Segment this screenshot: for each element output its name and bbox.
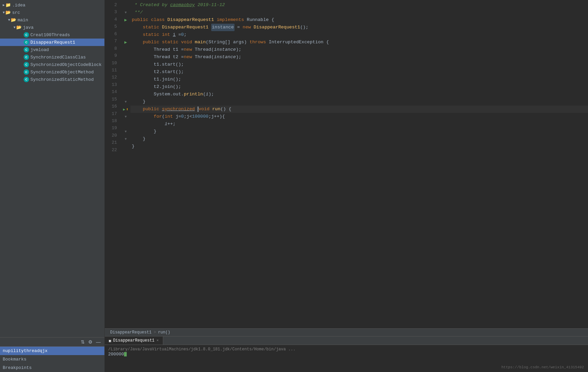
tree-item-jvmload[interactable]: C jvmload xyxy=(0,46,104,53)
watermark: https://blog.csdn.net/weixin_41315492 xyxy=(501,365,584,369)
code-line-16: public synchronized void run() { xyxy=(130,106,588,113)
equalizer-button[interactable]: ⇅ xyxy=(79,339,87,345)
gutter-area: ▼ ▶ ▶ xyxy=(121,0,130,328)
tree-label-syncclas: SynchronizedClassClas xyxy=(30,55,86,60)
code-line-18: i++; xyxy=(130,120,588,128)
line-numbers: 2 3 4 5 6 7 8 9 10 11 12 13 14 15 16 17 … xyxy=(105,0,121,328)
fold-icon-19[interactable]: ▼ xyxy=(125,130,127,134)
folder-icon-java xyxy=(16,25,22,30)
panel-label-nupility: nupilitythreadqjx xyxy=(3,348,48,353)
code-line-9: Thread t2 =new Thread(instance); xyxy=(130,53,588,61)
fold-icon-3[interactable]: ▼ xyxy=(125,11,127,15)
breadcrumb-sep: > xyxy=(153,330,156,335)
fold-icon-17[interactable]: ▼ xyxy=(125,115,127,119)
tree-item-src[interactable]: ▼ src xyxy=(0,9,104,16)
run-icon-4[interactable]: ▶ xyxy=(124,17,127,23)
code-line-13: t2.join(); xyxy=(130,83,588,91)
tree-label-idea: .idea xyxy=(12,3,25,8)
code-editor[interactable]: * Created by caomaoboy 2019-11-12 **/ pu… xyxy=(130,0,588,328)
breadcrumb-method: run() xyxy=(158,330,170,335)
panel-item-bookmarks[interactable]: Bookmarks xyxy=(0,355,104,364)
code-line-14: System.out.println(i); xyxy=(130,91,588,98)
editor-content[interactable]: 2 3 4 5 6 7 8 9 10 11 12 13 14 15 16 17 … xyxy=(105,0,588,328)
code-line-10: t1.start(); xyxy=(130,61,588,68)
folder-icon-idea xyxy=(5,2,11,8)
panel-item-nupility[interactable]: nupilitythreadqjx xyxy=(0,347,104,355)
tree-label-disappearrequest1: DisappearRequest1 xyxy=(30,40,75,45)
code-line-11: t2.start(); xyxy=(130,68,588,76)
breadcrumb-class: DisappearRequest1 xyxy=(110,330,151,335)
java-icon-syncstatic: C xyxy=(24,77,29,82)
warn-icon-16: ⬆ xyxy=(126,107,128,112)
java-icon-syncclas: C xyxy=(24,54,29,60)
tab-label-disappearrequest1: DisappearRequest1 xyxy=(113,338,154,343)
sidebar-bottom-toolbar: ⇅ ⚙ — xyxy=(0,338,104,347)
tree-item-disappearrequest1[interactable]: C DisappearRequest1 xyxy=(0,39,104,46)
code-line-4: public class DisappearRequest1 implement… xyxy=(130,16,588,24)
code-line-20: } xyxy=(130,135,588,143)
tree-item-creat100threads[interactable]: C Creat100Threads xyxy=(0,31,104,39)
code-line-5: static DisappearRequest1 instance = new … xyxy=(130,24,588,31)
fold-icon-15[interactable]: ▼ xyxy=(125,100,127,104)
settings-button[interactable]: ⚙ xyxy=(87,339,94,345)
code-line-8: Thread t1 =new Thread(instance); xyxy=(130,46,588,53)
editor-area: 2 3 4 5 6 7 8 9 10 11 12 13 14 15 16 17 … xyxy=(105,0,588,372)
tab-icon-disappearrequest1: ▣ xyxy=(109,339,111,343)
java-icon-syncobjcode: C xyxy=(24,62,29,67)
tree-item-syncstatic[interactable]: C SynchronizedStaticMethod xyxy=(0,76,104,83)
tree-label-syncobjcode: SynchronizedObjectCodeBlock xyxy=(30,62,102,67)
code-line-2: * Created by caomaoboy 2019-11-12 xyxy=(130,1,588,9)
terminal-output: 200000 xyxy=(108,352,585,357)
code-line-22 xyxy=(130,150,588,158)
panel-label-breakpoints: Breakpoints xyxy=(3,365,32,370)
code-line-17: for(int j=0;j<100000;j++){ xyxy=(130,113,588,120)
code-line-7: public static void main(String[] args) t… xyxy=(130,39,588,46)
sidebar-bottom-panel: ⇅ ⚙ — nupilitythreadqjx Bookmarks Breakp… xyxy=(0,337,104,372)
tree-item-syncobjcode[interactable]: C SynchronizedObjectCodeBlock xyxy=(0,61,104,68)
tree-label-jvmload: jvmload xyxy=(30,47,49,52)
java-icon-jvmload: C xyxy=(24,47,29,52)
tab-disappearrequest1[interactable]: ▣ DisappearRequest1 × xyxy=(105,336,163,345)
terminal-cursor xyxy=(124,352,127,356)
tree-label-creat100threads: Creat100Threads xyxy=(30,32,70,38)
folder-icon-main xyxy=(11,17,16,23)
main-layout: ▶ .idea ▼ src ▼ main ▼ java xyxy=(0,0,588,372)
tree-label-main: main xyxy=(18,18,28,23)
code-line-21: } xyxy=(130,143,588,150)
tab-close-disappearrequest1[interactable]: × xyxy=(156,339,159,343)
tree-item-main[interactable]: ▼ main xyxy=(0,16,104,24)
breadcrumb-bar: DisappearRequest1 > run() xyxy=(105,328,588,336)
code-line-12: t1.join(); xyxy=(130,76,588,83)
java-icon-disappearrequest1: C xyxy=(24,40,29,45)
folder-icon-src xyxy=(5,10,11,15)
code-line-3: **/ xyxy=(130,9,588,16)
code-line-15: } xyxy=(130,98,588,106)
terminal-path: /Library/Java/JavaVirtualMachines/jdk1.8… xyxy=(108,347,585,352)
panel-label-bookmarks: Bookmarks xyxy=(3,357,26,362)
tree-label-syncobjmethod: SynchronizedObjectMethod xyxy=(30,70,94,75)
java-icon-syncobjmethod: C xyxy=(24,69,29,75)
minimize-button[interactable]: — xyxy=(94,339,102,345)
java-icon-creat100threads: C xyxy=(24,32,29,38)
project-tree[interactable]: ▶ .idea ▼ src ▼ main ▼ java xyxy=(0,0,104,337)
tree-item-java[interactable]: ▼ java xyxy=(0,24,104,31)
panel-item-breakpoints[interactable]: Breakpoints xyxy=(0,364,104,372)
tree-item-syncclas[interactable]: C SynchronizedClassClas xyxy=(0,53,104,61)
tree-item-idea[interactable]: ▶ .idea xyxy=(0,1,104,9)
tree-label-syncstatic: SynchronizedStaticMethod xyxy=(30,77,94,82)
sidebar: ▶ .idea ▼ src ▼ main ▼ java xyxy=(0,0,105,372)
tree-label-src: src xyxy=(12,10,20,15)
run-icon-7[interactable]: ▶ xyxy=(124,40,127,45)
code-line-19: } xyxy=(130,128,588,135)
tree-label-java: java xyxy=(23,25,33,30)
code-line-6: static int i =0; xyxy=(130,31,588,39)
fold-icon-20[interactable]: ▼ xyxy=(125,137,127,141)
bottom-tabs: ▣ DisappearRequest1 × xyxy=(105,336,588,345)
tree-item-syncobjmethod[interactable]: C SynchronizedObjectMethod xyxy=(0,68,104,76)
run-icon-16[interactable]: ▶ xyxy=(123,107,125,112)
